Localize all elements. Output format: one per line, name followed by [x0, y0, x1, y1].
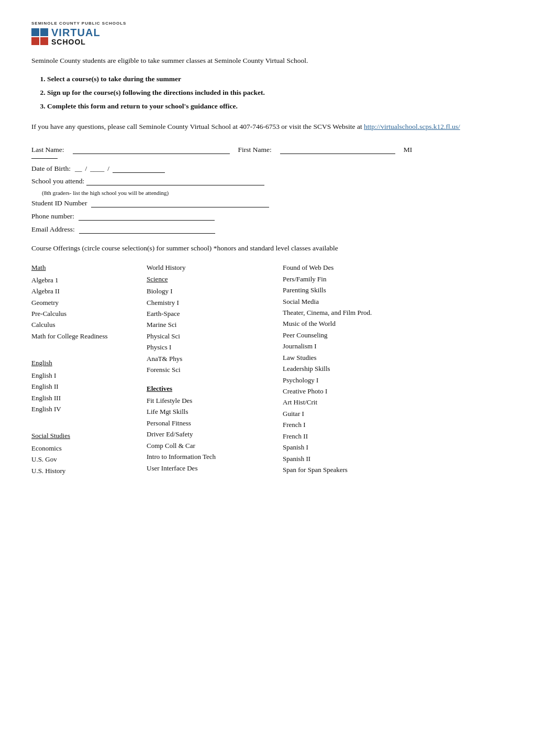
website-link[interactable]: http://virtualschool.scps.k12.fl.us/ [364, 123, 460, 130]
contact-text: If you have any questions, please call S… [31, 121, 503, 133]
email-label: Email Address: [31, 225, 75, 234]
list-item: Physics I [147, 342, 272, 353]
science-header: Science [147, 273, 168, 284]
list-item: English II [31, 381, 136, 392]
logo-main: VIRTUAL SCHOOL [31, 27, 503, 46]
logo-virtual-text: VIRTUAL [51, 27, 101, 38]
list-item: Psychology I [283, 375, 503, 386]
name-row: Last Name: First Name: MI [31, 145, 503, 154]
list-item: Economics [31, 443, 136, 454]
dob-row: Date of Birth: __ / ____ / [31, 164, 503, 173]
logo-area: SEMINOLE COUNTY PUBLIC SCHOOLS VIRTUAL S… [31, 21, 503, 46]
math-section: Math Algebra 1 Algebra II Geometry Pre-C… [31, 262, 136, 342]
school-row: School you attend: [31, 177, 503, 185]
english-header: English [31, 357, 52, 368]
school-label: School you attend: [31, 177, 84, 185]
social-studies-header: Social Studies [31, 430, 70, 441]
list-item: Leadership Skills [283, 363, 503, 374]
course-offerings-title: Course Offerings (circle course selectio… [31, 243, 503, 254]
list-item: User Interface Des [147, 463, 272, 474]
list-item: Spanish II [283, 453, 503, 464]
form-section: Last Name: First Name: MI Date of Birth:… [31, 145, 503, 234]
phone-row: Phone number: [31, 212, 503, 221]
school-logo-icon [31, 28, 48, 45]
list-item: Journalism I [283, 341, 503, 352]
last-name-label: Last Name: [31, 146, 64, 154]
list-item: Pre-Calculus [31, 308, 136, 319]
list-item: French I [283, 419, 503, 430]
electives-header: Electives [147, 383, 172, 394]
student-id-row: Student ID Number [31, 199, 503, 207]
student-id-label: Student ID Number [31, 199, 87, 207]
email-field[interactable] [79, 225, 215, 234]
logo-school-text: SCHOOL [51, 38, 101, 46]
list-item: Algebra II [31, 286, 136, 297]
mi-label: MI [404, 146, 413, 154]
list-item: English IV [31, 403, 136, 414]
list-item: U.S. History [31, 465, 136, 476]
list-item: U.S. Gov [31, 454, 136, 465]
school-note: (8th graders- list the high school you w… [42, 190, 503, 196]
list-item: Marine Sci [147, 319, 272, 330]
col1: Math Algebra 1 Algebra II Geometry Pre-C… [31, 262, 136, 485]
courses-grid: Math Algebra 1 Algebra II Geometry Pre-C… [31, 262, 503, 485]
col3: Found of Web Des Pers/Family Fin Parenti… [283, 262, 503, 475]
list-item: AnaT& Phys [147, 353, 272, 364]
list-item: Math for College Readiness [31, 331, 136, 342]
first-name-field[interactable] [280, 145, 395, 154]
list-item: English III [31, 392, 136, 403]
step-1: Select a course(s) to take during the su… [47, 74, 503, 84]
list-item: English I [31, 370, 136, 381]
list-item: World History [147, 262, 272, 273]
last-name-field[interactable] [73, 145, 230, 154]
mi-field[interactable] [31, 158, 58, 159]
list-item: Personal Fitness [147, 418, 272, 429]
list-item: Comp Coll & Car [147, 440, 272, 451]
logo-top-text: SEMINOLE COUNTY PUBLIC SCHOOLS [31, 21, 503, 26]
steps-list: Select a course(s) to take during the su… [47, 74, 503, 112]
list-item: Driver Ed/Safety [147, 429, 272, 440]
list-item: Art Hist/Crit [283, 397, 503, 408]
list-item: Music of the World [283, 318, 503, 329]
list-item: Geometry [31, 297, 136, 308]
phone-field[interactable] [79, 212, 215, 221]
list-item: Intro to Information Tech [147, 451, 272, 462]
list-item: Guitar I [283, 408, 503, 419]
student-id-field[interactable] [91, 199, 269, 207]
list-item: Creative Photo I [283, 386, 503, 397]
social-studies-section: Social Studies Economics U.S. Gov U.S. H… [31, 430, 136, 476]
list-item: Fit Lifestyle Des [147, 395, 272, 406]
eligibility-text: Seminole County students are eligible to… [31, 56, 503, 66]
list-item: Spanish I [283, 442, 503, 453]
list-item: Theater, Cinema, and Film Prod. [283, 307, 503, 318]
list-item: Peer Counseling [283, 330, 503, 341]
school-field[interactable] [86, 177, 264, 185]
list-item: Parenting Skills [283, 284, 503, 295]
phone-label: Phone number: [31, 212, 74, 221]
list-item: Span for Span Speakers [283, 464, 503, 475]
list-item: Found of Web Des [283, 262, 503, 273]
list-item: Forensic Sci [147, 364, 272, 375]
step-2: Sign up for the course(s) following the … [47, 87, 503, 98]
list-item: Law Studies [283, 352, 503, 363]
email-row: Email Address: [31, 225, 503, 234]
first-name-label: First Name: [238, 146, 272, 154]
list-item: Pers/Family Fin [283, 273, 503, 284]
dob-label: Date of Birth: [31, 165, 71, 173]
list-item: Life Mgt Skills [147, 406, 272, 417]
col2: World History Science Biology I Chemistr… [147, 262, 272, 474]
list-item: Calculus [31, 319, 136, 330]
list-item: Physical Sci [147, 331, 272, 342]
list-item: Biology I [147, 286, 272, 297]
math-header: Math [31, 262, 46, 273]
list-item: Chemistry I [147, 297, 272, 308]
english-section: English English I English II English III… [31, 357, 136, 414]
step-3: Complete this form and return to your sc… [47, 101, 503, 112]
list-item: Earth-Space [147, 308, 272, 319]
list-item: Social Media [283, 296, 503, 307]
list-item: French II [283, 431, 503, 442]
list-item: Algebra 1 [31, 275, 136, 286]
